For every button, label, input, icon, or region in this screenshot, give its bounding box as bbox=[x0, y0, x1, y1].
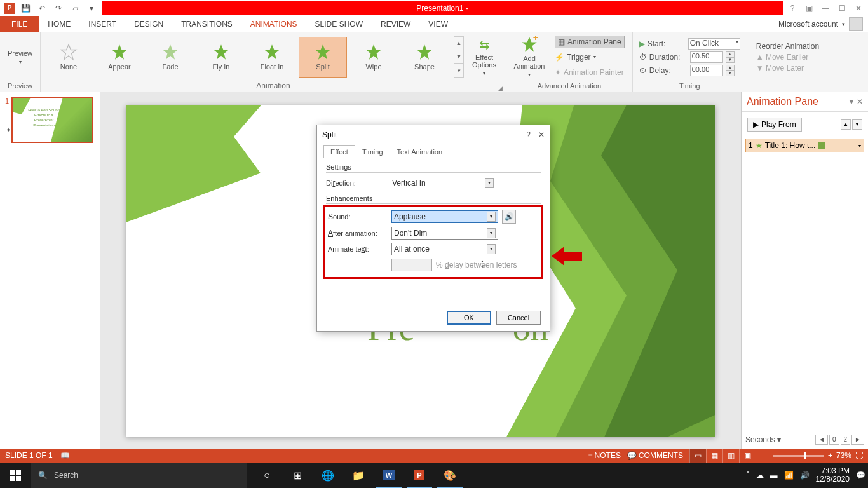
help-icon[interactable]: ? bbox=[785, 1, 799, 15]
ap-move-down[interactable]: ▼ bbox=[852, 119, 862, 130]
add-animation-button[interactable]: + Add Animation▾ bbox=[510, 34, 548, 80]
dialog-help-icon[interactable]: ? bbox=[526, 130, 531, 139]
explorer-icon[interactable]: 📁 bbox=[343, 463, 374, 488]
ap-close-icon[interactable]: ✕ bbox=[857, 97, 863, 106]
ap-move-up[interactable]: ▲ bbox=[841, 119, 851, 130]
view-sorter-icon[interactable]: ▦ bbox=[706, 449, 722, 463]
menu-tabs: FILE HOME INSERT DESIGN TRANSITIONS ANIM… bbox=[0, 16, 868, 32]
tab-view[interactable]: VIEW bbox=[419, 16, 457, 32]
ap-nav-prev[interactable]: ◄ bbox=[815, 435, 828, 445]
sound-preview-icon[interactable]: 🔊 bbox=[502, 210, 516, 224]
anim-fade[interactable]: Fade bbox=[146, 37, 194, 78]
volume-icon[interactable]: 🔊 bbox=[800, 471, 810, 480]
slide-thumbnail[interactable]: How to Add Sound Effects to a PowerPoint… bbox=[11, 97, 93, 143]
group-advanced: Advanced Animation bbox=[506, 81, 632, 92]
tab-text-animation[interactable]: Text Animation bbox=[390, 145, 450, 158]
animation-gallery-scroll[interactable]: ▲▼▾ bbox=[454, 36, 464, 78]
minimize-icon[interactable]: — bbox=[818, 1, 832, 15]
redo-icon[interactable]: ↷ bbox=[52, 2, 65, 15]
anim-appear[interactable]: Appear bbox=[95, 37, 144, 78]
onedrive-icon[interactable]: ☁ bbox=[756, 471, 764, 480]
anim-floatin[interactable]: Float In bbox=[248, 37, 296, 78]
play-from-button[interactable]: ▶Play From bbox=[747, 118, 802, 132]
duration-field[interactable]: ⏱Duration:00.50▲▼ bbox=[639, 51, 740, 63]
tab-transitions[interactable]: TRANSITIONS bbox=[172, 16, 241, 32]
effect-options-button[interactable]: ⇆ Effect Options▾ bbox=[466, 34, 502, 80]
tab-effect[interactable]: Effect bbox=[323, 145, 355, 158]
fit-window-icon[interactable]: ⛶ bbox=[855, 451, 863, 460]
delay-field[interactable]: ⏲Delay:00.00▲▼ bbox=[639, 65, 740, 76]
start-button[interactable] bbox=[0, 463, 31, 488]
tab-insert[interactable]: INSERT bbox=[79, 16, 125, 32]
svg-marker-4 bbox=[112, 44, 126, 59]
split-dialog: Split ?✕ Effect Timing Text Animation Se… bbox=[316, 125, 550, 332]
direction-select[interactable]: Vertical In▾ bbox=[390, 177, 496, 189]
trigger-button[interactable]: ⚡Trigger▾ bbox=[555, 51, 625, 64]
maximize-icon[interactable]: ☐ bbox=[835, 1, 849, 15]
chrome-icon[interactable]: 🌐 bbox=[313, 463, 343, 488]
spellcheck-icon[interactable]: 📖 bbox=[60, 451, 70, 460]
view-reading-icon[interactable]: ▥ bbox=[722, 449, 739, 463]
notifications-icon[interactable]: 💬 bbox=[856, 471, 865, 480]
titlebar: P 💾 ↶ ↷ ▱ ▾ Presentation1 - ? ▣ — ☐ ✕ bbox=[0, 0, 868, 16]
animation-dialog-launcher[interactable]: ◢ bbox=[497, 84, 503, 90]
dialog-close-icon[interactable]: ✕ bbox=[538, 130, 545, 139]
undo-icon[interactable]: ↶ bbox=[36, 2, 48, 15]
word-icon[interactable]: W bbox=[374, 463, 404, 488]
save-icon[interactable]: 💾 bbox=[19, 2, 32, 15]
thumb-number: 1 bbox=[5, 97, 9, 105]
svg-marker-8 bbox=[315, 44, 330, 59]
sound-select[interactable]: Applause▾ bbox=[391, 210, 498, 223]
view-slideshow-icon[interactable]: ▣ bbox=[739, 449, 756, 463]
cortana-icon[interactable]: ○ bbox=[252, 463, 282, 488]
highlight-box: Sound: Applause▾ 🔊 After animation: Don'… bbox=[323, 205, 543, 279]
clock[interactable]: 7:03 PM12/8/2020 bbox=[816, 467, 850, 484]
paint-icon[interactable]: 🎨 bbox=[435, 463, 465, 488]
anim-flyin[interactable]: Fly In bbox=[197, 37, 245, 78]
sound-label: Sound: bbox=[328, 212, 388, 221]
ok-button[interactable]: OK bbox=[447, 311, 491, 325]
preview-button[interactable]: Preview▾ bbox=[4, 34, 36, 80]
tab-home[interactable]: HOME bbox=[39, 16, 79, 32]
after-animation-select[interactable]: Don't Dim▾ bbox=[391, 227, 498, 240]
qat-dropdown-icon[interactable]: ▾ bbox=[85, 2, 98, 15]
tab-review[interactable]: REVIEW bbox=[372, 16, 419, 32]
ap-title: Animation Pane bbox=[747, 96, 818, 107]
tab-file[interactable]: FILE bbox=[0, 16, 39, 32]
svg-marker-6 bbox=[214, 44, 228, 59]
task-view-icon[interactable]: ⊞ bbox=[282, 463, 313, 488]
anim-shape[interactable]: Shape bbox=[400, 37, 449, 78]
view-normal-icon[interactable]: ▭ bbox=[689, 449, 706, 463]
anim-none[interactable]: None bbox=[44, 37, 93, 78]
ap-nav-next[interactable]: ► bbox=[851, 435, 864, 445]
account-menu[interactable]: Microsoft account▾ bbox=[778, 17, 868, 31]
animation-pane-button[interactable]: ▦Animation Pane bbox=[555, 36, 625, 48]
ap-dropdown-icon[interactable]: ▼ bbox=[848, 97, 855, 106]
taskbar-search[interactable]: 🔍Search bbox=[31, 463, 247, 488]
group-preview: Preview bbox=[0, 81, 40, 92]
battery-icon[interactable]: ▬ bbox=[770, 471, 778, 480]
slides-panel[interactable]: 1 ✦ How to Add Sound Effects to a PowerP… bbox=[0, 92, 100, 449]
start-field[interactable]: ▶Start:On Click▾ bbox=[639, 38, 740, 50]
comments-button[interactable]: 💬COMMENTS bbox=[627, 451, 683, 460]
tab-slideshow[interactable]: SLIDE SHOW bbox=[306, 16, 372, 32]
animation-pane: Animation Pane ▼✕ ▶Play From ▲▼ 1 ★ Titl… bbox=[741, 92, 868, 449]
notes-button[interactable]: ≡NOTES bbox=[588, 451, 621, 460]
tab-timing[interactable]: Timing bbox=[355, 145, 390, 158]
group-animation: Animation◢ bbox=[41, 81, 506, 92]
cancel-button[interactable]: Cancel bbox=[496, 311, 541, 325]
ap-item-1[interactable]: 1 ★ Title 1: How t... ▾ bbox=[745, 139, 864, 152]
anim-split[interactable]: Split bbox=[299, 37, 347, 78]
anim-wipe[interactable]: Wipe bbox=[349, 37, 398, 78]
start-slideshow-icon[interactable]: ▱ bbox=[69, 2, 81, 15]
powerpoint-icon[interactable]: P bbox=[404, 463, 435, 488]
animate-text-select[interactable]: All at once▾ bbox=[391, 243, 498, 255]
tab-design[interactable]: DESIGN bbox=[125, 16, 172, 32]
wifi-icon[interactable]: 📶 bbox=[784, 471, 794, 480]
tab-animations[interactable]: ANIMATIONS bbox=[241, 16, 306, 32]
svg-rect-20 bbox=[16, 476, 21, 481]
tray-chevron-icon[interactable]: ˄ bbox=[746, 471, 750, 480]
ribbon-options-icon[interactable]: ▣ bbox=[802, 1, 816, 15]
zoom-control[interactable]: —+ 73% ⛶ bbox=[762, 451, 863, 460]
close-icon[interactable]: ✕ bbox=[851, 1, 865, 15]
